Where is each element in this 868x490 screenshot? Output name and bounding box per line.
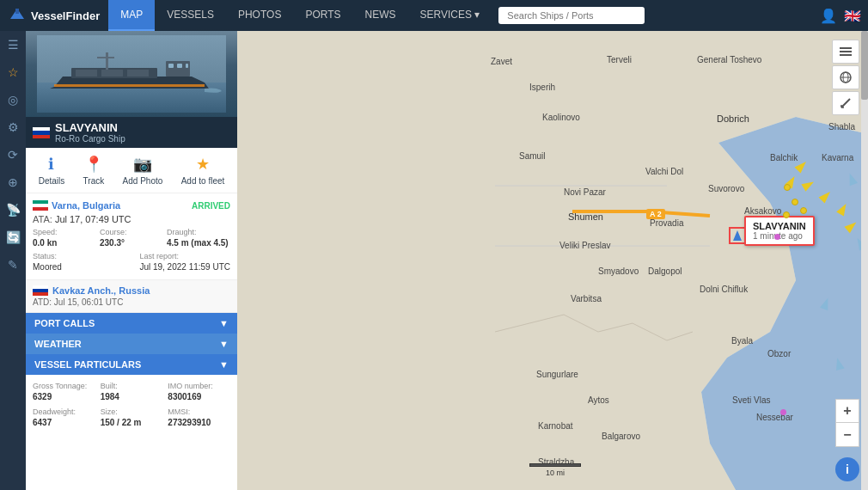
size-value: 150 / 22 m <box>101 418 142 427</box>
scale-label: 10 mi <box>546 469 565 477</box>
add-photo-label: Add Photo <box>123 176 163 186</box>
deadweight-value: 6437 <box>33 418 52 427</box>
weather-label: WEATHER <box>34 339 82 349</box>
prev-port-flag <box>33 285 48 296</box>
ship-actions: ℹ Details 📍 Track 📷 Add Photo ★ Add to f… <box>26 148 237 193</box>
location-section: Varna, Bulgaria ARRIVED ATA: Jul 17, 07:… <box>26 193 237 280</box>
ship-header: SLAVYANIN Ro-Ro Cargo Ship <box>26 117 237 148</box>
map-info-button[interactable]: i <box>835 457 859 481</box>
svg-rect-8 <box>106 52 108 70</box>
built-label: Built: <box>101 382 163 390</box>
mmsi-label: MMSI: <box>168 407 230 416</box>
prev-port-link[interactable]: Kavkaz Anch., Russia <box>52 285 150 296</box>
ship-panel: SLAVYANIN Ro-Ro Cargo Ship ℹ Details 📍 T… <box>26 31 237 490</box>
weather-header[interactable]: WEATHER ▼ <box>26 334 237 354</box>
page-scrollbar[interactable] <box>861 31 868 490</box>
built-cell: Built: 1984 <box>101 382 163 402</box>
navbar-right: 👤 🇬🇧 <box>820 8 868 24</box>
sidebar-icon-location[interactable]: ◎ <box>8 93 18 107</box>
ship-name: SLAVYANIN <box>55 121 125 134</box>
star-icon: ★ <box>196 155 210 174</box>
course-cell: Course: 230.3° <box>100 228 163 248</box>
ship-type: Ro-Ro Cargo Ship <box>55 134 125 144</box>
sidebar-icon-tools[interactable]: ⚙ <box>8 120 19 134</box>
vessel-marker-6[interactable] <box>847 220 856 232</box>
svg-rect-12 <box>127 70 149 77</box>
deadweight-label: Deadweight: <box>33 407 95 416</box>
draught-label: Draught: <box>167 228 230 236</box>
gross-tonnage-label: Gross Tonnage: <box>33 382 95 390</box>
sidebar-icon-settings[interactable]: ⟳ <box>8 148 18 162</box>
language-icon[interactable]: 🇬🇧 <box>844 8 861 24</box>
purple-marker-2[interactable] <box>780 409 786 415</box>
anchor-marker-2[interactable] <box>792 199 798 205</box>
svg-rect-16 <box>840 54 852 56</box>
location-flag <box>33 200 48 211</box>
road-a2-label: A 2 <box>646 209 665 219</box>
add-photo-button[interactable]: 📷 Add Photo <box>123 155 163 186</box>
speed-grid: Speed: 0.0 kn Course: 230.3° Draught: 4.… <box>33 228 230 248</box>
tab-photos[interactable]: PHOTOS <box>226 0 293 31</box>
anchor-marker-4[interactable] <box>783 211 790 218</box>
details-button[interactable]: ℹ Details <box>39 155 65 186</box>
info-icon: ℹ <box>48 155 54 174</box>
speed-cell: Speed: 0.0 kn <box>33 228 96 248</box>
vessel-marker-3[interactable] <box>804 179 813 191</box>
zoom-out-button[interactable]: − <box>835 423 859 447</box>
built-value: 1984 <box>101 392 119 401</box>
last-report-label: Last report: <box>139 252 230 260</box>
zoom-in-button[interactable]: + <box>835 399 859 423</box>
size-label: Size: <box>101 407 163 416</box>
search-input[interactable] <box>498 7 645 24</box>
scale-bar: 10 mi <box>529 463 581 477</box>
user-icon[interactable]: 👤 <box>820 8 837 24</box>
particulars-grid: Gross Tonnage: 6329 Built: 1984 IMO numb… <box>26 375 237 435</box>
gross-tonnage-value: 6329 <box>33 392 52 401</box>
svg-rect-6 <box>177 64 182 68</box>
sidebar-icon-refresh[interactable]: 🔄 <box>6 230 21 244</box>
vessel-marker-10[interactable] <box>822 297 830 309</box>
tab-vessels[interactable]: VESSELS <box>155 0 226 31</box>
logo[interactable]: VesselFinder <box>0 7 108 24</box>
scrollbar-thumb[interactable] <box>861 31 868 100</box>
vessel-marker-5[interactable] <box>839 203 847 215</box>
sidebar-icon-edit[interactable]: ✎ <box>8 258 18 272</box>
satellite-tool[interactable] <box>832 65 859 89</box>
location-link[interactable]: Varna, Bulgaria <box>52 200 120 211</box>
map-container[interactable]: Zavet Isperih Terveli General Toshevo Ka… <box>237 31 868 490</box>
tab-news[interactable]: NEWS <box>353 0 408 31</box>
track-button[interactable]: 📍 Track <box>83 155 105 186</box>
logo-text: VesselFinder <box>31 9 100 22</box>
sidebar-icon-layers[interactable]: ☰ <box>8 38 19 52</box>
ship-image <box>26 31 237 117</box>
vessel-tooltip: SLAVYANIN 1 minute ago <box>744 216 815 246</box>
port-calls-label: PORT CALLS <box>34 318 95 328</box>
ata-value: Jul 17, 07:49 UTC <box>55 214 131 224</box>
svg-rect-15 <box>840 51 852 52</box>
layers-tool[interactable] <box>832 40 859 64</box>
vessel-marker-7[interactable] <box>847 173 856 185</box>
add-fleet-button[interactable]: ★ Add to fleet <box>181 155 225 186</box>
tab-map[interactable]: MAP <box>108 0 155 31</box>
svg-rect-9 <box>97 57 114 58</box>
vessel-marker-4[interactable] <box>822 190 830 202</box>
vessel-marker-1[interactable] <box>798 160 806 172</box>
tab-services[interactable]: SERVICES ▾ <box>408 0 492 31</box>
vessel-particulars-header[interactable]: VESSEL PARTICULARS ▼ <box>26 354 237 375</box>
status-row: Status: Moored Last report: Jul 19, 2022… <box>33 252 230 273</box>
sidebar-icon-connections[interactable]: ⊕ <box>8 175 18 189</box>
svg-rect-0 <box>15 9 19 14</box>
ruler-tool[interactable] <box>832 91 859 115</box>
tab-ports[interactable]: PORTS <box>293 0 352 31</box>
sidebar-icon-ais[interactable]: 📡 <box>6 203 21 217</box>
sidebar-icon-favorite[interactable]: ☆ <box>8 65 19 79</box>
vessel-marker-11[interactable] <box>834 358 843 370</box>
anchor-marker-3[interactable] <box>800 207 807 214</box>
navbar: VesselFinder MAP VESSELS PHOTOS PORTS NE… <box>0 0 868 31</box>
draught-cell: Draught: 4.5 m (max 4.5) <box>167 228 230 248</box>
anchor-marker-1[interactable] <box>784 184 791 191</box>
slavyanin-marker[interactable] <box>729 227 746 244</box>
purple-marker-1[interactable] <box>774 234 780 240</box>
port-calls-header[interactable]: PORT CALLS ▼ <box>26 313 237 334</box>
svg-rect-10 <box>76 70 97 77</box>
